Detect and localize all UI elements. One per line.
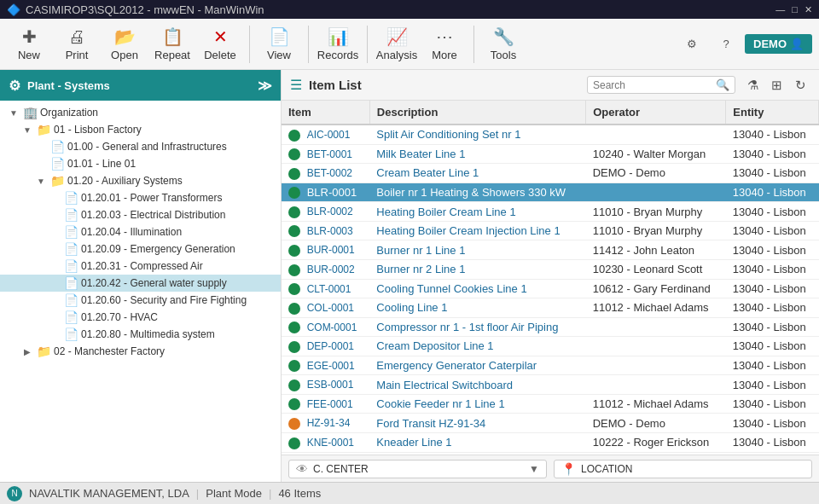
cell-item: BLR-0002 (282, 202, 369, 222)
table-row[interactable]: BLR-0001 Boiler nr 1 Heating & Showers 3… (282, 182, 819, 202)
new-button[interactable]: ✚ New (7, 22, 51, 67)
expand-icon (48, 225, 61, 239)
expand-icon (34, 157, 48, 171)
description-link[interactable]: Cookie Feeder nr 1 Line 1 (376, 397, 504, 410)
center-dropdown-icon[interactable]: ▼ (529, 463, 539, 475)
close-button[interactable]: ✕ (804, 4, 812, 15)
table-row[interactable]: BET-0001 Milk Beater Line 1 10240 - Walt… (282, 144, 819, 164)
sidebar-collapse-button[interactable]: ≫ (258, 78, 272, 94)
tree-item-illumination[interactable]: 📄 01.20.04 - Illumination (0, 223, 281, 240)
tree-item-lisbon[interactable]: ▼ 📁 01 - Lisbon Factory (0, 121, 281, 138)
table-row[interactable]: BUR-0002 Burner nr 2 Line 1 10230 - Leon… (282, 259, 819, 279)
minimize-button[interactable]: — (775, 4, 785, 15)
tree-item-manchester[interactable]: ▶ 📁 02 - Manchester Factory (0, 343, 281, 360)
cell-item: ESB-0001 (282, 375, 369, 395)
tree-label: 01.20.03 - Electrical Distribution (81, 209, 225, 221)
cell-operator (586, 125, 726, 144)
filter-icon[interactable]: ⚗ (742, 75, 763, 96)
table-row[interactable]: HZ-91-34 Ford Transit HZ-91-34 DEMO - De… (282, 414, 819, 433)
tree-item-auxiliary[interactable]: ▼ 📁 01.20 - Auxiliary Systems (0, 172, 281, 189)
table-row[interactable]: FEE-0001 Cookie Feeder nr 1 Line 1 11012… (282, 394, 819, 414)
records-button[interactable]: 📊 Records (316, 22, 360, 67)
search-box: 🔍 (587, 76, 735, 94)
tree-item-organization[interactable]: ▼ 🏢 Organization (0, 104, 281, 121)
description-link[interactable]: Burner nr 2 Line 1 (376, 263, 465, 275)
org-icon: 🏢 (23, 106, 38, 119)
print-button[interactable]: 🖨 Print (55, 22, 99, 67)
settings-icon: ⚙ (687, 38, 697, 50)
tree-item-line01[interactable]: 📄 01.01 - Line 01 (0, 155, 281, 172)
description-link[interactable]: Compressor nr 1 - 1st floor Air Piping (376, 321, 558, 333)
open-button[interactable]: 📂 Open (102, 22, 147, 67)
table-row[interactable]: BLR-0003 Heating Boiler Cream Injection … (282, 221, 819, 240)
cell-description: Split Air Conditioning Set nr 1 (369, 125, 585, 144)
tree-item-power-transformers[interactable]: 📄 01.20.01 - Power Transformers (0, 189, 281, 206)
more-button[interactable]: ⋯ More (422, 22, 467, 67)
settings-button[interactable]: ⚙ (677, 29, 707, 60)
status-indicator (288, 130, 300, 142)
tree-item-water-supply[interactable]: 📄 01.20.42 - General water supply (0, 275, 281, 292)
table-row[interactable]: ESB-0001 Main Electrical Switchboard 130… (282, 375, 819, 395)
search-input[interactable] (593, 79, 712, 91)
description-link[interactable]: Emergency Generator Caterpilar (376, 359, 537, 372)
col-description[interactable]: Description (369, 101, 585, 125)
description-link[interactable]: Heating Boiler Cream Injection Line 1 (376, 224, 560, 237)
description-link[interactable]: Cream Depositor Line 1 (376, 339, 493, 352)
tree-item-security[interactable]: 📄 01.20.60 - Security and Fire Fighting (0, 292, 281, 309)
analysis-button[interactable]: 📈 Analysis (375, 22, 419, 67)
col-entity[interactable]: Entity (726, 101, 819, 125)
tree-item-emergency-gen[interactable]: 📄 01.20.09 - Emergency Generation (0, 240, 281, 258)
tree-item-multimedia[interactable]: 📄 01.20.80 - Multimedia system (0, 326, 281, 343)
table-row[interactable]: KNE-0001 Kneader Line 1 10222 - Roger Er… (282, 433, 819, 453)
description-link[interactable]: Cream Beater Line 1 (376, 166, 479, 179)
description-link[interactable]: Ford Transit HZ-91-34 (376, 417, 485, 430)
tree-item-general-infra[interactable]: 📄 01.00 - General and Infrastructures (0, 138, 281, 155)
cell-item: BET-0001 (282, 144, 369, 164)
table-row[interactable]: BUR-0001 Burner nr 1 Line 1 11412 - John… (282, 240, 819, 260)
tree-item-compressed-air[interactable]: 📄 01.20.31 - Compressed Air (0, 258, 281, 275)
table-row[interactable]: DEP-0001 Cream Depositor Line 1 13040 - … (282, 337, 819, 356)
column-icon[interactable]: ⊞ (766, 75, 787, 96)
location-filter-box[interactable]: 📍 LOCATION (554, 460, 812, 478)
description-link[interactable]: Main Electrical Switchboard (376, 379, 513, 391)
col-item[interactable]: Item (282, 101, 369, 125)
delete-button[interactable]: ✕ Delete (198, 22, 242, 67)
repeat-button[interactable]: 📋 Repeat (150, 22, 195, 67)
cell-operator (586, 182, 726, 202)
cell-item: CLT-0001 (282, 279, 369, 298)
description-link[interactable]: Cooling Tunnel Cookies Line 1 (376, 282, 526, 295)
item-code: BLR-0001 (307, 186, 357, 199)
description-link[interactable]: Burner nr 1 Line 1 (376, 244, 465, 257)
cell-entity: 13040 - Lisbon (726, 433, 819, 453)
table-row[interactable]: COM-0001 Compressor nr 1 - 1st floor Air… (282, 317, 819, 337)
separator-3 (367, 26, 368, 63)
description-link[interactable]: Milk Beater Line 1 (376, 148, 465, 160)
help-button[interactable]: ? (711, 29, 741, 60)
table-row[interactable]: BLR-0002 Heating Boiler Cream Line 1 110… (282, 202, 819, 222)
tools-button[interactable]: 🔧 Tools (481, 22, 526, 67)
cell-operator: 10230 - Leonard Scott (586, 259, 726, 279)
table-row[interactable]: BET-0002 Cream Beater Line 1 DEMO - Demo… (282, 164, 819, 183)
description-link[interactable]: Split Air Conditioning Set nr 1 (376, 128, 520, 141)
table-row[interactable]: AIC-0001 Split Air Conditioning Set nr 1… (282, 125, 819, 144)
table-row[interactable]: CLT-0001 Cooling Tunnel Cookies Line 1 1… (282, 279, 819, 298)
tree-item-electrical[interactable]: 📄 01.20.03 - Electrical Distribution (0, 206, 281, 223)
description-link[interactable]: Boiler nr 1 Heating & Showers 330 kW (376, 186, 566, 199)
description-link[interactable]: Kneader Line 1 (376, 436, 451, 449)
description-link[interactable]: Cooling Line 1 (376, 301, 447, 314)
center-filter-box[interactable]: 👁 C. CENTER ▼ (288, 460, 547, 478)
tree-item-hvac[interactable]: 📄 01.20.70 - HVAC (0, 309, 281, 326)
table-row[interactable]: EGE-0001 Emergency Generator Caterpilar … (282, 356, 819, 375)
refresh-icon[interactable]: ↻ (790, 75, 810, 96)
view-button[interactable]: 📄 View (257, 22, 301, 67)
cell-entity: 13040 - Lisbon (726, 164, 819, 183)
col-operator[interactable]: Operator (586, 101, 726, 125)
table-row[interactable]: COL-0001 Cooling Line 1 11012 - Michael … (282, 298, 819, 318)
maximize-button[interactable]: □ (792, 4, 798, 15)
factory-icon: 📁 (37, 123, 51, 136)
cell-item: AIC-0001 (282, 125, 369, 144)
description-link[interactable]: Heating Boiler Cream Line 1 (376, 206, 515, 218)
separator-4 (473, 26, 474, 63)
user-button[interactable]: DEMO 👤 (745, 34, 812, 54)
cell-operator: 10240 - Walter Morgan (586, 144, 726, 164)
